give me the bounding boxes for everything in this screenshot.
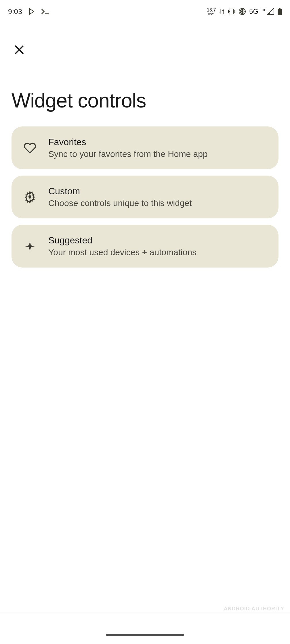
data-arrows-icon: [219, 8, 224, 15]
status-network: 5G: [249, 7, 258, 16]
sparkle-icon: [23, 239, 37, 253]
bottom-divider: [0, 612, 290, 612]
heart-icon: [23, 141, 37, 155]
svg-point-6: [241, 11, 243, 12]
watermark: ANDROID AUTHORITY: [224, 606, 284, 612]
status-bar: 9:03 13.7 kB/s: [0, 0, 290, 20]
status-data-rate: 13.7 kB/s: [207, 8, 216, 16]
option-title: Favorites: [48, 137, 208, 147]
status-bar-right: 13.7 kB/s 5G: [207, 7, 282, 16]
gear-heart-icon: [23, 190, 37, 204]
vibrate-icon: [228, 8, 235, 15]
page-title: Widget controls: [12, 89, 146, 112]
close-button[interactable]: [12, 43, 26, 57]
options-list: Favorites Sync to your favorites from th…: [12, 126, 278, 268]
option-subtitle: Sync to your favorites from the Home app: [48, 149, 208, 159]
status-bar-left: 9:03: [8, 7, 50, 16]
option-suggested[interactable]: Suggested Your most used devices + autom…: [12, 225, 278, 268]
svg-rect-9: [279, 8, 281, 9]
option-subtitle: Choose controls unique to this widget: [48, 198, 192, 208]
svg-rect-10: [278, 9, 282, 15]
option-custom[interactable]: Custom Choose controls unique to this wi…: [12, 176, 278, 218]
option-subtitle: Your most used devices + automations: [48, 247, 196, 257]
hotspot-icon: [239, 8, 246, 15]
status-signal: HD: [262, 8, 274, 15]
terminal-icon: [41, 8, 50, 15]
option-favorites[interactable]: Favorites Sync to your favorites from th…: [12, 126, 278, 169]
status-time: 9:03: [8, 7, 22, 16]
battery-icon: [277, 8, 282, 15]
play-store-icon: [28, 7, 35, 16]
svg-rect-1: [230, 9, 233, 14]
option-title: Suggested: [48, 235, 196, 246]
navigation-bar[interactable]: [106, 634, 184, 636]
signal-bars-icon: [267, 8, 274, 15]
option-title: Custom: [48, 186, 192, 197]
close-icon: [13, 44, 25, 56]
